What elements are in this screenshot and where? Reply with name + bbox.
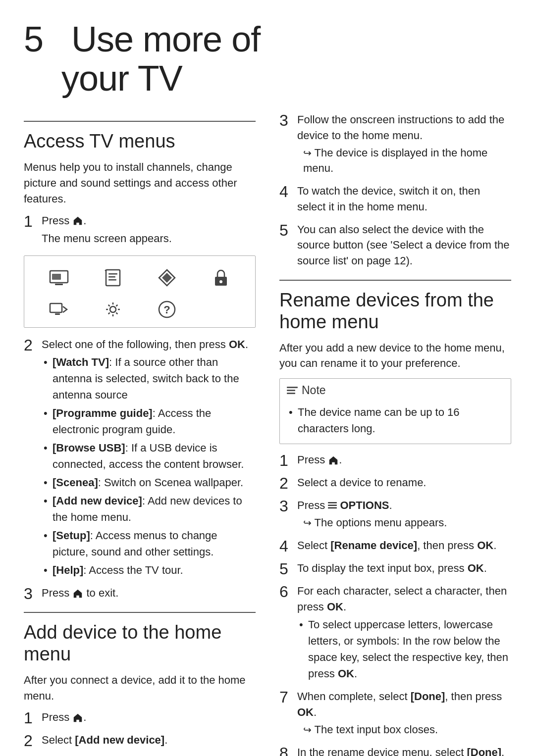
note-icon <box>287 387 298 394</box>
step-num-3: 3 <box>24 585 42 603</box>
rename-step-num-8: 8 <box>279 745 297 756</box>
menu-preview <box>24 255 256 328</box>
add-step-num-1: 1 <box>24 709 42 727</box>
rename-step-2-content: Select a device to rename. <box>297 475 511 491</box>
step-2-content: Select one of the following, then press … <box>42 337 256 579</box>
section-add-desc: After you connect a device, add it to th… <box>24 672 256 704</box>
add-step-3-content: Follow the onscreen instructions to add … <box>297 112 511 176</box>
section-divider-add <box>24 612 256 613</box>
menu-icon-gear <box>87 297 138 322</box>
section-rename-desc: After you add a new device to the home m… <box>279 340 511 372</box>
menu-icon-tv <box>33 265 84 291</box>
rename-step-6-bullets: To select uppercase letters, lowercase l… <box>299 616 511 682</box>
rename-step-num-4: 4 <box>279 538 297 555</box>
step-num-2: 2 <box>24 337 42 354</box>
section-rename-title: Rename devices from the home menu <box>279 290 511 333</box>
rename-step-5: 5 To display the text input box, press O… <box>279 560 511 578</box>
note-bullet-list: The device name can be up to 16 characte… <box>289 404 504 439</box>
right-column: 3 Follow the onscreen instructions to ad… <box>279 112 511 756</box>
rename-step-6-content: For each character, select a character, … <box>297 583 511 682</box>
add-step-num-3: 3 <box>279 112 297 129</box>
step-num-1: 1 <box>24 213 42 230</box>
rename-step-num-2: 2 <box>279 475 297 492</box>
rename-step-7-content: When complete, select [Done], then press… <box>297 689 511 738</box>
rename-step-3: 3 Press OPTIONS. The options menu appear… <box>279 498 511 533</box>
add-step-5: 5 You can also select the device with th… <box>279 222 511 271</box>
add-step-num-2: 2 <box>24 732 42 750</box>
note-box: Note The device name can be up to 16 cha… <box>279 378 511 444</box>
note-header: Note <box>287 384 504 397</box>
rename-step-num-7: 7 <box>279 689 297 706</box>
add-step-num-5: 5 <box>279 222 297 239</box>
add-step-5-content: You can also select the device with the … <box>297 222 511 269</box>
rename-step-num-1: 1 <box>279 452 297 469</box>
add-step-1-content: Press . <box>42 709 256 725</box>
chapter-number: 5 <box>24 19 43 59</box>
add-step-4-content: To watch the device, switch it on, then … <box>297 183 511 215</box>
chapter-title-line2: your TV <box>61 58 182 98</box>
access-step-1: 1 Press . The menu screen appears. <box>24 213 256 249</box>
note-label: Note <box>302 384 326 397</box>
rename-step-2: 2 Select a device to rename. <box>279 475 511 493</box>
rename-step-1-content: Press . <box>297 452 511 468</box>
svg-rect-21 <box>328 507 337 508</box>
rename-step-6: 6 For each character, select a character… <box>279 583 511 684</box>
rename-step-4-content: Select [Rename device], then press OK. <box>297 538 511 554</box>
rename-step-num-6: 6 <box>279 583 297 601</box>
menu-icon-guide <box>87 265 138 291</box>
options-icon <box>328 499 340 511</box>
step-1-content: Press . The menu screen appears. <box>42 213 256 247</box>
section-add-title: Add device to the home menu <box>24 622 256 665</box>
menu-icon-empty <box>195 297 246 322</box>
step-3-content: Press to exit. <box>42 585 256 601</box>
section-access-desc: Menus help you to install channels, chan… <box>24 159 256 207</box>
step-2-bullets: [Watch TV]: If a source other than anten… <box>44 354 256 578</box>
left-column: Access TV menus Menus help you to instal… <box>24 112 256 756</box>
svg-rect-19 <box>328 503 337 504</box>
access-step-3: 3 Press to exit. <box>24 585 256 603</box>
access-step-2: 2 Select one of the following, then pres… <box>24 337 256 581</box>
note-bullet: The device name can be up to 16 characte… <box>289 404 504 437</box>
section-divider-access <box>24 121 256 122</box>
rename-step-7: 7 When complete, select [Done], then pre… <box>279 689 511 740</box>
menu-icon-diamond <box>141 265 192 291</box>
add-step-2-content: Select [Add new device]. <box>42 732 256 748</box>
svg-rect-20 <box>328 505 337 506</box>
menu-icon-source <box>33 297 84 322</box>
rename-step-num-3: 3 <box>279 498 297 515</box>
rename-step-8: 8 In the rename device menu, select [Don… <box>279 745 511 756</box>
add-step-1: 1 Press . <box>24 709 256 727</box>
rename-step-num-5: 5 <box>279 560 297 578</box>
add-step-3: 3 Follow the onscreen instructions to ad… <box>279 112 511 178</box>
rename-step-3-content: Press OPTIONS. The options menu appears. <box>297 498 511 531</box>
chapter-title-line1: Use more of <box>71 19 260 59</box>
menu-icon-lock <box>195 265 246 291</box>
rename-step-1: 1 Press . <box>279 452 511 470</box>
add-step-2: 2 Select [Add new device]. <box>24 732 256 750</box>
add-step-num-4: 4 <box>279 183 297 201</box>
rename-step-5-content: To display the text input box, press OK. <box>297 560 511 576</box>
section-access-title: Access TV menus <box>24 131 256 152</box>
section-divider-rename <box>279 280 511 281</box>
rename-step-8-content: In the rename device menu, select [Done]… <box>297 745 511 756</box>
chapter-title-block: 5 Use more of your TV <box>24 20 511 107</box>
add-step-4: 4 To watch the device, switch it on, the… <box>279 183 511 217</box>
menu-icon-help <box>141 297 192 322</box>
rename-step-4: 4 Select [Rename device], then press OK. <box>279 538 511 555</box>
